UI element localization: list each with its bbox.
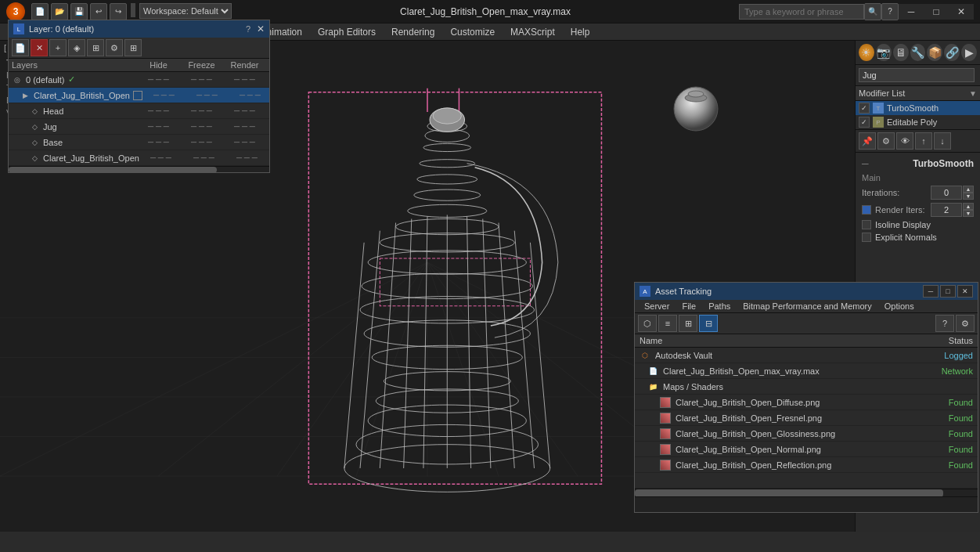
rp-display-icon[interactable]: 🖥 [893,44,909,61]
layer-select-btn[interactable]: ◈ [68,39,85,56]
mod-icon-ts: T [873,103,884,114]
workspace-select[interactable]: Workspace: Default [139,3,232,19]
asset-tool-btn2[interactable]: ≡ [658,315,677,332]
layer-hide-claret: ─ ─ ─ [142,91,186,99]
asset-row-diffuse[interactable]: Claret_Jug_British_Open_Diffuse.png Foun… [635,395,978,410]
menu-graph-editors[interactable]: Graph Editors [310,25,384,39]
layer-col-render: Render [223,60,266,70]
layer-settings-btn[interactable]: ⚙ [106,39,123,56]
layer-icon-jug: ◇ [29,121,40,132]
layer-close-btn[interactable]: ✕ [257,23,265,34]
mod-check-ts[interactable]: ✓ [859,103,870,114]
rp-util-icon[interactable]: 🔧 [910,44,926,61]
asset-title-text: Asset Tracking [655,287,923,296]
minimize-btn[interactable]: ─ [899,4,924,20]
mod-config-btn[interactable]: ⚙ [877,132,895,150]
mod-show-btn[interactable]: 👁 [896,132,913,150]
rp-mod-icon[interactable]: 📦 [927,44,942,61]
redo-btn[interactable]: ↪ [110,3,127,20]
mod-move-dn-btn[interactable]: ↓ [934,132,951,150]
menu-help[interactable]: Help [563,25,598,39]
asset-row-maxfile[interactable]: 📄 Claret_Jug_British_Open_max_vray.max N… [635,363,978,379]
rp-hier-icon[interactable]: 🔗 [944,44,960,61]
open-btn[interactable]: 📂 [51,3,68,20]
layer-delete-btn[interactable]: ✕ [31,39,48,56]
ts-iter-up[interactable]: ▲ [963,186,974,193]
asset-tool-btn1[interactable]: ⬡ [638,315,657,332]
asset-max-btn[interactable]: □ [940,285,956,298]
mod-icon-ep: P [873,117,884,128]
turbosmooth-section: ─ TurboSmooth Main Iterations: ▲ ▼ Rende… [856,153,980,247]
layer-row-default[interactable]: ◎ 0 (default) ✓ ─ ─ ─ ─ ─ ─ ─ ─ ─ [9,72,269,88]
layer-icon-btn[interactable]: 📄 [12,39,29,56]
mod-pin-btn[interactable]: 📌 [859,132,876,150]
layer-icon-claret2: ◇ [29,153,40,164]
ts-render-dn[interactable]: ▼ [963,210,974,217]
material-preview[interactable] [671,84,722,135]
modifier-editable-poly[interactable]: ✓ P Editable Poly [856,115,980,129]
asset-min-btn[interactable]: ─ [923,285,939,298]
layer-help-btn[interactable]: ? [246,24,250,34]
asset-close-btn[interactable]: ✕ [957,285,973,298]
ts-render-up[interactable]: ▲ [963,203,974,210]
layer-freeze-jug: ─ ─ ─ [180,122,223,131]
asset-menu-file[interactable]: File [676,301,702,312]
asset-row-vault[interactable]: ⬡ Autodesk Vault Logged [635,348,978,363]
asset-menu-server[interactable]: Server [638,301,676,312]
mod-move-up-btn[interactable]: ↑ [915,132,932,150]
asset-row-maps[interactable]: 📁 Maps / Shaders [635,379,978,395]
search-btn[interactable]: 🔍 [864,3,881,20]
modifier-list-arrow[interactable]: ▼ [969,89,977,98]
layer-name-claret2: Claret_Jug_British_Open [43,153,139,163]
new-btn[interactable]: 📄 [31,3,49,20]
layer-row-head[interactable]: ◇ Head ─ ─ ─ ─ ─ ─ ─ ─ ─ [9,103,269,119]
asset-scrollbar-h[interactable] [635,489,978,496]
asset-tool-help[interactable]: ? [935,315,954,332]
rp-cam-icon[interactable]: 📷 [876,44,892,61]
save-btn[interactable]: 💾 [70,3,88,20]
asset-menu-paths[interactable]: Paths [702,301,737,312]
search-input[interactable] [739,4,864,20]
object-name-input[interactable] [859,68,975,82]
asset-panel: A Asset Tracking ─ □ ✕ Server File Paths… [634,282,978,513]
modifier-turbosmooth[interactable]: ✓ T TurboSmooth [856,101,980,115]
layer-row-jug[interactable]: ◇ Jug ─ ─ ─ ─ ─ ─ ─ ─ ─ [9,119,269,135]
asset-row-fresnel[interactable]: Claret_Jug_British_Open_Fresnel.png Foun… [635,410,978,426]
menu-rendering[interactable]: Rendering [384,25,442,39]
ts-explicit-cb[interactable] [862,233,871,242]
ts-iterations-input[interactable] [931,186,962,200]
maximize-btn[interactable]: □ [924,4,949,20]
rp-motion-icon[interactable]: ▶ [961,44,977,61]
help-btn[interactable]: ? [881,3,899,20]
rp-light-icon[interactable]: ☀ [859,44,874,61]
ts-collapse-icon[interactable]: ─ [862,158,869,169]
layer-icon-head: ◇ [29,106,40,117]
ts-render-input[interactable] [931,203,962,217]
close-btn[interactable]: ✕ [949,4,974,20]
asset-tool-btn4[interactable]: ⊟ [699,315,718,332]
asset-tool-btn3[interactable]: ⊞ [679,315,697,332]
ts-isoline-cb[interactable] [862,220,871,229]
layer-row-claret2[interactable]: ◇ Claret_Jug_British_Open ─ ─ ─ ─ ─ ─ ─ … [9,150,269,166]
layer-expand-btn[interactable]: ⊞ [124,39,142,56]
menu-customize[interactable]: Customize [442,25,503,39]
asset-row-reflection[interactable]: Claret_Jug_British_Open_Reflection.png F… [635,457,978,473]
layer-col-name: Layers [12,60,137,70]
menu-maxscript[interactable]: MAXScript [503,25,563,39]
layer-row-claret[interactable]: ▶ Claret_Jug_British_Open ─ ─ ─ ─ ─ ─ ─ … [9,88,269,103]
asset-menu-bitmap[interactable]: Bitmap Performance and Memory [737,301,877,312]
asset-menu-options[interactable]: Options [878,301,921,312]
layer-filter-btn[interactable]: ⊞ [87,39,104,56]
ts-render-cb[interactable] [862,205,871,215]
layer-add-btn[interactable]: + [49,39,67,56]
mod-check-ep[interactable]: ✓ [859,117,870,128]
asset-row-normal[interactable]: Claret_Jug_British_Open_Normal.png Found [635,442,978,457]
asset-row-glossiness[interactable]: Claret_Jug_British_Open_Glossiness.png F… [635,426,978,442]
ts-iter-dn[interactable]: ▼ [963,193,974,200]
undo-btn[interactable]: ↩ [90,3,107,20]
asset-name-glossiness: Claret_Jug_British_Open_Glossiness.png [676,429,835,438]
layer-row-base[interactable]: ◇ Base ─ ─ ─ ─ ─ ─ ─ ─ ─ [9,135,269,150]
asset-tool-settings[interactable]: ⚙ [956,315,975,332]
asset-name-vault: Autodesk Vault [655,351,712,360]
layer-scrollbar[interactable] [9,166,269,172]
